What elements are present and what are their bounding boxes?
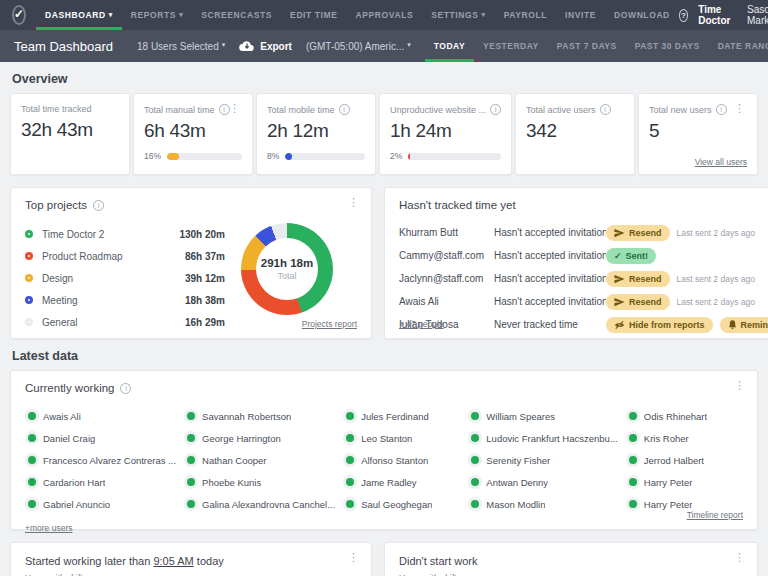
project-legend-row[interactable]: Time Doctor 2130h 20m — [25, 223, 225, 245]
hide-from-reports-button[interactable]: Hide from reports — [606, 317, 713, 333]
chevron-down-icon: ▾ — [179, 11, 183, 18]
online-status-dot — [629, 456, 637, 464]
online-status-dot — [471, 412, 479, 420]
tab-today[interactable]: TODAY — [425, 30, 474, 62]
more-people-link[interactable]: + 47 people — [399, 319, 444, 329]
progress-percent: 8% — [267, 151, 279, 161]
nav-invite[interactable]: INVITE — [556, 0, 605, 30]
not-tracked-row: Awais Ali Hasn't accepted invitation Res… — [399, 290, 768, 313]
stat-label: Total mobile time — [267, 105, 335, 115]
tab-date-range[interactable]: DATE RANGE — [709, 30, 768, 62]
help-icon[interactable]: ? — [679, 9, 688, 22]
timeline-report-link[interactable]: Timeline report — [687, 510, 743, 520]
donut-center: 291h 18m Total — [261, 257, 313, 281]
tab-past-7-days[interactable]: PAST 7 DAYS — [548, 30, 626, 62]
top-projects-card: Top projects i ⋮ Time Doctor 2130h 20m P… — [10, 187, 372, 339]
worker-name: Savannah Robertson — [202, 411, 291, 422]
progress-row: 8% — [267, 151, 365, 161]
kebab-menu-icon[interactable]: ⋮ — [730, 378, 749, 393]
didnt-start-work-card: Didn't start work ⋮ Users with shifts — [384, 542, 758, 576]
online-status-dot — [629, 412, 637, 420]
working-user: George Harrington — [184, 427, 335, 449]
shift-time-link[interactable]: 9:05 AM — [153, 555, 193, 567]
nav-edit-time[interactable]: EDIT TIME — [281, 0, 346, 30]
kebab-menu-icon[interactable]: ⋮ — [730, 101, 749, 116]
worker-name: Gabriel Anuncio — [43, 499, 110, 510]
not-tracked-row: Jaclynn@staff.com Hasn't accepted invita… — [399, 267, 768, 290]
timezone-dropdown[interactable]: (GMT-05:00) Americ...▾ — [306, 41, 411, 52]
info-icon[interactable]: i — [600, 104, 611, 115]
bottom-row: Started working later than 9:05 AM today… — [10, 542, 758, 576]
users-selected-label: 18 Users Selected — [137, 41, 219, 52]
resend-button[interactable]: Resend — [606, 271, 670, 287]
users-selected-dropdown[interactable]: 18 Users Selected▾ — [137, 41, 225, 52]
info-icon[interactable]: i — [339, 104, 350, 115]
team-dashboard-app: ✓ DASHBOARD▾ REPORTS▾ SCREENCASTS EDIT T… — [0, 0, 768, 576]
stat-label: Total time tracked — [21, 104, 92, 114]
info-icon[interactable]: i — [490, 104, 501, 115]
resend-button[interactable]: Resend — [606, 225, 670, 241]
project-color-ring — [25, 252, 33, 260]
nav-approvals[interactable]: APPROVALS — [347, 0, 423, 30]
kebab-menu-icon[interactable]: ⋮ — [344, 550, 363, 565]
project-legend-row[interactable]: Design39h 12m — [25, 267, 225, 289]
working-user: Jame Radley — [343, 471, 460, 493]
user-name: Jaclynn@staff.com — [399, 273, 494, 284]
user-status: Hasn't accepted invitation — [494, 273, 606, 284]
project-legend-row[interactable]: General16h 29m — [25, 311, 225, 333]
current-user-name: Saso Markoski — [747, 4, 768, 26]
online-status-dot — [28, 500, 36, 508]
working-user: Antwan Denny — [468, 471, 617, 493]
nav-reports[interactable]: REPORTS▾ — [122, 0, 192, 30]
nav-payroll[interactable]: PAYROLL — [495, 0, 556, 30]
send-icon — [614, 274, 625, 284]
working-user: Leo Stanton — [343, 427, 460, 449]
stat-card-total-mobile-time: Total mobile timei 2h 12m 8% — [256, 93, 376, 175]
more-users-link[interactable]: +more users — [25, 523, 72, 533]
tab-past-30-days[interactable]: PAST 30 DAYS — [626, 30, 709, 62]
nav-label: INVITE — [565, 10, 596, 20]
online-status-dot — [346, 434, 354, 442]
online-status-dot — [471, 456, 479, 464]
kebab-menu-icon[interactable]: ⋮ — [730, 550, 749, 565]
remind-button[interactable]: Remind — [720, 317, 768, 333]
resend-button[interactable]: Resend — [606, 294, 670, 310]
user-status: Never tracked time — [494, 319, 606, 330]
online-status-dot — [28, 434, 36, 442]
date-range-tabs: TODAY YESTERDAY PAST 7 DAYS PAST 30 DAYS… — [425, 30, 768, 62]
chevron-down-icon: ▾ — [109, 11, 113, 18]
project-legend-row[interactable]: Product Roadmap86h 37m — [25, 245, 225, 267]
worker-name: Awais Ali — [43, 411, 81, 422]
stat-label: Total new users — [649, 105, 712, 115]
top-navigation: ✓ DASHBOARD▾ REPORTS▾ SCREENCASTS EDIT T… — [0, 0, 768, 30]
online-status-dot — [629, 478, 637, 486]
info-icon[interactable]: i — [93, 200, 104, 211]
working-column: Savannah Robertson George Harrington Nat… — [184, 405, 335, 515]
not-tracked-card: Hasn't tracked time yet ⋮ Khurram Butt H… — [384, 187, 768, 339]
export-button[interactable]: Export — [239, 40, 292, 52]
user-status: Hasn't accepted invitation — [494, 227, 606, 238]
kebab-menu-icon[interactable]: ⋮ — [225, 101, 244, 116]
timedoctor-logo-icon[interactable]: ✓ — [12, 5, 26, 25]
nav-settings[interactable]: SETTINGS▾ — [422, 0, 494, 30]
tab-yesterday[interactable]: YESTERDAY — [474, 30, 548, 62]
nav-dashboard[interactable]: DASHBOARD▾ — [36, 0, 122, 30]
projects-report-link[interactable]: Projects report — [302, 319, 357, 329]
info-icon[interactable]: i — [716, 104, 727, 115]
info-icon[interactable]: i — [120, 383, 131, 394]
worker-name: Mason Modlin — [486, 499, 545, 510]
nav-label: APPROVALS — [356, 10, 414, 20]
working-user: Nathan Cooper — [184, 449, 335, 471]
nav-download[interactable]: DOWNLOAD — [605, 0, 679, 30]
nav-label: PAYROLL — [504, 10, 547, 20]
view-all-users-link[interactable]: View all users — [695, 157, 747, 167]
started-late-card: Started working later than 9:05 AM today… — [10, 542, 372, 576]
kebab-menu-icon[interactable]: ⋮ — [344, 195, 363, 210]
user-name: Awais Ali — [399, 296, 494, 307]
project-legend-row[interactable]: Meeting18h 38m — [25, 289, 225, 311]
card-title: Started working later than 9:05 AM today — [25, 555, 357, 567]
progress-bar — [408, 153, 501, 160]
online-status-dot — [28, 478, 36, 486]
project-color-ring — [25, 318, 33, 326]
nav-screencasts[interactable]: SCREENCASTS — [192, 0, 281, 30]
